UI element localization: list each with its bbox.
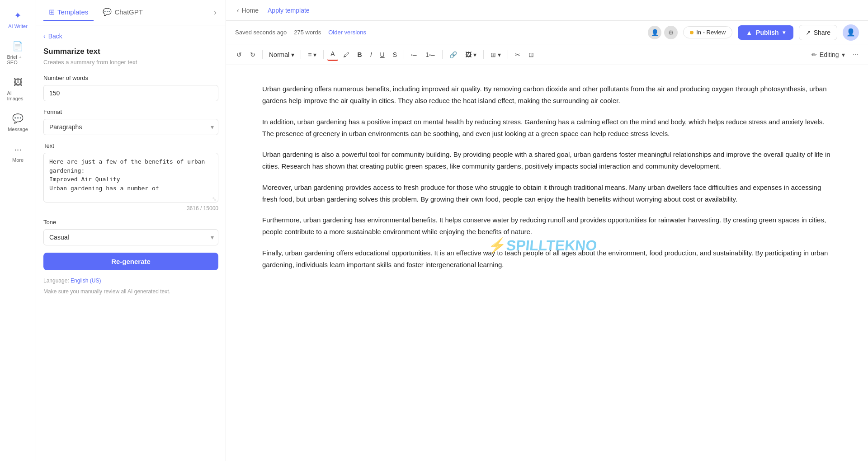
back-label: Back	[48, 33, 62, 40]
user-avatar[interactable]: 👤	[843, 24, 859, 41]
text-textarea[interactable]: Here are just a few of the benefits of u…	[43, 153, 218, 202]
publish-chevron-icon: ▾	[783, 29, 785, 36]
redo-button[interactable]: ↻	[247, 49, 259, 61]
settings-avatar: ⚙	[664, 26, 678, 39]
sidebar-item-label: Brief + SEO	[7, 54, 29, 65]
panel-tabs: ⊞ Templates 💬 ChatGPT ›	[36, 0, 226, 25]
panel-collapse-button[interactable]: ›	[212, 6, 218, 19]
sidebar-item-label: AI Writer	[8, 24, 28, 29]
editor-content[interactable]: Urban gardening offers numerous benefits…	[226, 65, 868, 461]
align-button[interactable]: ≡ ▾	[305, 49, 320, 61]
main-area: ‹ Home Apply template Saved seconds ago …	[226, 0, 868, 461]
collaborator-avatar: 👤	[648, 26, 661, 39]
chatgpt-tab-icon: 💬	[103, 8, 112, 16]
share-label: Share	[814, 29, 830, 36]
text-counter: 3616 / 15000	[43, 205, 218, 212]
bold-button[interactable]: B	[354, 49, 365, 61]
editing-button[interactable]: ✏ Editing ▾	[808, 49, 849, 61]
icon-sidebar: ✦ AI Writer 📄 Brief + SEO 🖼 AI Images 💬 …	[0, 0, 36, 461]
tone-label: Tone	[43, 219, 218, 226]
toolbar-divider-5	[442, 50, 443, 59]
table-button[interactable]: ⊞ ▾	[487, 49, 504, 61]
style-label: Normal	[269, 51, 289, 58]
strikethrough-button[interactable]: S	[390, 49, 400, 61]
toolbar-divider-1	[262, 50, 263, 59]
sidebar-item-label: AI Images	[7, 90, 29, 101]
publish-button[interactable]: ▲ Publish ▾	[738, 25, 793, 40]
status-dot-icon	[690, 31, 693, 34]
ordered-list-button[interactable]: 1≔	[422, 49, 439, 61]
older-versions-link[interactable]: Older versions	[328, 29, 366, 36]
brief-seo-icon: 📄	[12, 40, 24, 52]
undo-button[interactable]: ↺	[233, 49, 245, 61]
panel-content: ‹ Back Summarize text Creates a summary …	[36, 25, 226, 461]
language-link[interactable]: English (US)	[71, 278, 101, 284]
bullet-list-button[interactable]: ≔	[408, 49, 420, 61]
tab-chatgpt[interactable]: 💬 ChatGPT	[97, 4, 148, 21]
image-button[interactable]: 🖼 ▾	[462, 49, 480, 61]
sidebar-item-message[interactable]: 💬 Message	[2, 108, 34, 136]
editing-label: Editing	[820, 51, 839, 58]
paragraph-1: Urban gardening offers numerous benefits…	[262, 83, 832, 107]
italic-button[interactable]: I	[367, 49, 375, 61]
tone-select[interactable]: Casual Formal Friendly Professional	[43, 229, 218, 245]
text-label: Text	[43, 142, 218, 149]
format-select-wrap: Paragraphs Bullet points Numbered list ▾	[43, 119, 218, 135]
paragraph-5: Furthermore, urban gardening has environ…	[262, 214, 832, 238]
regenerate-button[interactable]: Re-generate	[43, 253, 218, 270]
home-link[interactable]: ‹ Home	[233, 5, 262, 16]
text-color-button[interactable]: A	[327, 48, 338, 61]
sidebar-item-ai-writer[interactable]: ✦ AI Writer	[2, 5, 34, 33]
avatar-group: 👤 ⚙	[648, 26, 678, 39]
more-options-button[interactable]: ···	[850, 48, 861, 61]
back-arrow-icon: ‹	[43, 33, 46, 40]
sidebar-item-label: Message	[8, 127, 28, 132]
message-icon: 💬	[12, 112, 24, 125]
tab-chatgpt-label: ChatGPT	[114, 8, 143, 16]
text-area-wrap: Here are just a few of the benefits of u…	[43, 153, 218, 204]
highlight-button[interactable]: 🖊	[340, 49, 353, 61]
style-select[interactable]: Normal ▾	[266, 49, 297, 60]
ai-writer-icon: ✦	[12, 9, 24, 22]
more-icon: ···	[12, 143, 24, 155]
templates-tab-icon: ⊞	[49, 8, 55, 16]
top-bar-left: Saved seconds ago 275 words Older versio…	[235, 29, 366, 36]
paragraph-4: Moreover, urban gardening provides acces…	[262, 182, 832, 206]
publish-icon: ▲	[746, 29, 752, 36]
editor-wrapper: Urban gardening offers numerous benefits…	[226, 65, 868, 461]
ai-disclaimer: Make sure you manually review all AI gen…	[43, 287, 218, 296]
toolbar-divider-6	[483, 50, 484, 59]
underline-button[interactable]: U	[377, 49, 388, 61]
words-count: 275 words	[294, 29, 321, 36]
editing-chevron-icon: ▾	[842, 51, 845, 58]
share-button[interactable]: ↗ Share	[799, 25, 837, 40]
template-description: Creates a summary from longer text	[43, 59, 218, 66]
tone-select-wrap: Casual Formal Friendly Professional ▾	[43, 229, 218, 245]
special-button[interactable]: ✂	[512, 49, 524, 61]
home-label: Home	[242, 7, 259, 14]
ai-images-icon: 🖼	[12, 76, 24, 89]
tab-templates-label: Templates	[57, 8, 88, 16]
language-note: Language: English (US)	[43, 278, 218, 284]
sidebar-item-more[interactable]: ··· More	[2, 139, 34, 166]
format-select[interactable]: Paragraphs Bullet points Numbered list	[43, 119, 218, 135]
status-badge[interactable]: In - Review	[683, 26, 732, 38]
back-button[interactable]: ‹ Back	[43, 33, 62, 40]
paragraph-3: Urban gardening is also a powerful tool …	[262, 149, 832, 173]
extra-button[interactable]: ⊡	[525, 49, 537, 61]
format-label: Format	[43, 108, 218, 115]
publish-label: Publish	[756, 29, 779, 36]
tab-templates[interactable]: ⊞ Templates	[43, 4, 94, 21]
format-group: Format Paragraphs Bullet points Numbered…	[43, 108, 218, 135]
pencil-icon: ✏	[811, 51, 817, 58]
sidebar-item-brief-seo[interactable]: 📄 Brief + SEO	[2, 36, 34, 69]
link-button[interactable]: 🔗	[446, 49, 460, 61]
number-of-words-group: Number of words	[43, 75, 218, 101]
toolbar-divider-3	[323, 50, 324, 59]
sidebar-item-ai-images[interactable]: 🖼 AI Images	[2, 72, 34, 105]
toolbar-divider-2	[301, 50, 301, 59]
paragraph-2: In addition, urban gardening has a posit…	[262, 116, 832, 140]
style-chevron-icon: ▾	[291, 51, 294, 58]
sidebar-item-label: More	[12, 157, 24, 163]
number-of-words-input[interactable]	[43, 85, 218, 101]
